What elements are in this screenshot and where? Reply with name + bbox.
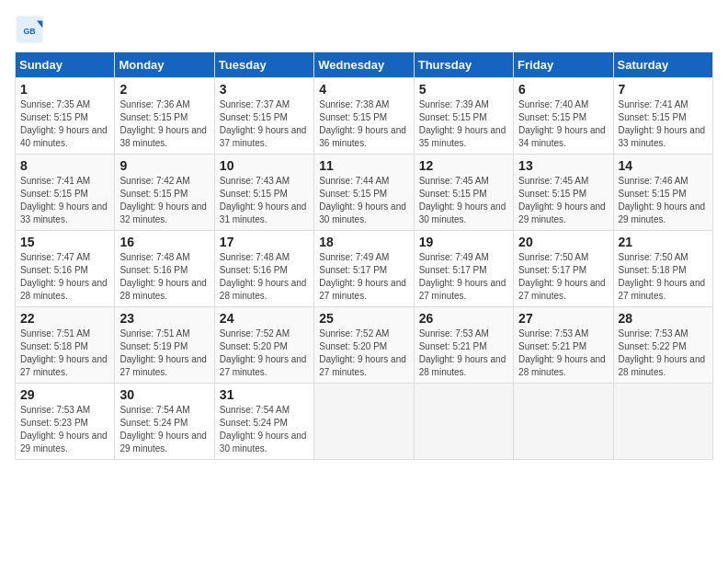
- calendar-cell: 29Sunrise: 7:53 AMSunset: 5:23 PMDayligh…: [16, 384, 115, 460]
- calendar-cell: 19Sunrise: 7:49 AMSunset: 5:17 PMDayligh…: [414, 231, 513, 307]
- calendar-cell: 23Sunrise: 7:51 AMSunset: 5:19 PMDayligh…: [115, 307, 214, 384]
- day-detail: Sunrise: 7:49 AMSunset: 5:17 PMDaylight:…: [419, 251, 508, 303]
- calendar-cell: 20Sunrise: 7:50 AMSunset: 5:17 PMDayligh…: [514, 231, 613, 307]
- day-number: 13: [518, 158, 608, 173]
- day-number: 22: [20, 311, 109, 326]
- calendar-week-4: 22Sunrise: 7:51 AMSunset: 5:18 PMDayligh…: [16, 307, 713, 384]
- calendar-cell: 3Sunrise: 7:37 AMSunset: 5:15 PMDaylight…: [214, 78, 313, 155]
- day-number: 26: [419, 311, 508, 326]
- calendar-cell: 14Sunrise: 7:46 AMSunset: 5:15 PMDayligh…: [613, 155, 712, 231]
- day-number: 9: [119, 158, 209, 173]
- day-number: 23: [119, 311, 209, 326]
- logo-icon: GB: [15, 15, 44, 44]
- svg-text:GB: GB: [23, 27, 35, 36]
- weekday-header-row: SundayMondayTuesdayWednesdayThursdayFrid…: [16, 52, 713, 78]
- calendar-cell: 7Sunrise: 7:41 AMSunset: 5:15 PMDaylight…: [613, 78, 712, 155]
- weekday-header-thursday: Thursday: [414, 52, 513, 78]
- page-header: GB: [15, 15, 713, 44]
- calendar-cell: 10Sunrise: 7:43 AMSunset: 5:15 PMDayligh…: [214, 155, 313, 231]
- calendar-cell: 15Sunrise: 7:47 AMSunset: 5:16 PMDayligh…: [16, 231, 115, 307]
- day-number: 8: [20, 158, 109, 173]
- day-number: 21: [619, 235, 708, 249]
- calendar-cell: 28Sunrise: 7:53 AMSunset: 5:22 PMDayligh…: [613, 307, 712, 384]
- day-number: 18: [319, 235, 408, 249]
- weekday-header-friday: Friday: [514, 52, 613, 78]
- day-detail: Sunrise: 7:35 AMSunset: 5:15 PMDaylight:…: [20, 98, 109, 150]
- day-number: 14: [619, 158, 708, 173]
- calendar-cell: 12Sunrise: 7:45 AMSunset: 5:15 PMDayligh…: [414, 155, 513, 231]
- day-detail: Sunrise: 7:50 AMSunset: 5:18 PMDaylight:…: [619, 251, 708, 303]
- day-detail: Sunrise: 7:53 AMSunset: 5:21 PMDaylight:…: [518, 327, 608, 379]
- day-number: 12: [419, 158, 508, 173]
- day-number: 7: [619, 82, 708, 97]
- calendar-table: SundayMondayTuesdayWednesdayThursdayFrid…: [15, 52, 713, 460]
- day-number: 15: [20, 235, 109, 249]
- day-detail: Sunrise: 7:48 AMSunset: 5:16 PMDaylight:…: [220, 251, 309, 303]
- calendar-cell: 1Sunrise: 7:35 AMSunset: 5:15 PMDaylight…: [16, 78, 115, 155]
- calendar-cell: 4Sunrise: 7:38 AMSunset: 5:15 PMDaylight…: [314, 78, 414, 155]
- day-detail: Sunrise: 7:45 AMSunset: 5:15 PMDaylight:…: [518, 175, 608, 226]
- day-detail: Sunrise: 7:38 AMSunset: 5:15 PMDaylight:…: [319, 98, 408, 150]
- calendar-week-1: 1Sunrise: 7:35 AMSunset: 5:15 PMDaylight…: [16, 78, 713, 155]
- calendar-cell: 24Sunrise: 7:52 AMSunset: 5:20 PMDayligh…: [214, 307, 313, 384]
- calendar-cell: 25Sunrise: 7:52 AMSunset: 5:20 PMDayligh…: [314, 307, 414, 384]
- calendar-cell: 17Sunrise: 7:48 AMSunset: 5:16 PMDayligh…: [214, 231, 313, 307]
- day-detail: Sunrise: 7:52 AMSunset: 5:20 PMDaylight:…: [220, 327, 309, 379]
- calendar-cell: 6Sunrise: 7:40 AMSunset: 5:15 PMDaylight…: [514, 78, 613, 155]
- day-detail: Sunrise: 7:43 AMSunset: 5:15 PMDaylight:…: [220, 175, 309, 226]
- calendar-week-3: 15Sunrise: 7:47 AMSunset: 5:16 PMDayligh…: [16, 231, 713, 307]
- day-number: 16: [119, 235, 209, 249]
- calendar-cell: [514, 384, 613, 460]
- calendar-week-5: 29Sunrise: 7:53 AMSunset: 5:23 PMDayligh…: [16, 384, 713, 460]
- calendar-week-2: 8Sunrise: 7:41 AMSunset: 5:15 PMDaylight…: [16, 155, 713, 231]
- calendar-cell: 31Sunrise: 7:54 AMSunset: 5:24 PMDayligh…: [214, 384, 313, 460]
- day-detail: Sunrise: 7:46 AMSunset: 5:15 PMDaylight:…: [619, 175, 708, 226]
- day-detail: Sunrise: 7:37 AMSunset: 5:15 PMDaylight:…: [220, 98, 309, 150]
- calendar-cell: 8Sunrise: 7:41 AMSunset: 5:15 PMDaylight…: [16, 155, 115, 231]
- day-number: 30: [119, 387, 209, 402]
- day-number: 20: [518, 235, 608, 249]
- logo: GB: [15, 15, 48, 44]
- calendar-cell: 26Sunrise: 7:53 AMSunset: 5:21 PMDayligh…: [414, 307, 513, 384]
- day-number: 3: [220, 82, 309, 97]
- calendar-cell: 27Sunrise: 7:53 AMSunset: 5:21 PMDayligh…: [514, 307, 613, 384]
- day-number: 6: [518, 82, 608, 97]
- day-number: 19: [419, 235, 508, 249]
- day-number: 27: [518, 311, 608, 326]
- weekday-header-sunday: Sunday: [16, 52, 115, 78]
- day-detail: Sunrise: 7:40 AMSunset: 5:15 PMDaylight:…: [518, 98, 608, 150]
- calendar-cell: 13Sunrise: 7:45 AMSunset: 5:15 PMDayligh…: [514, 155, 613, 231]
- day-number: 2: [119, 82, 209, 97]
- day-detail: Sunrise: 7:54 AMSunset: 5:24 PMDaylight:…: [220, 404, 309, 455]
- day-number: 25: [319, 311, 408, 326]
- day-detail: Sunrise: 7:45 AMSunset: 5:15 PMDaylight:…: [419, 175, 508, 226]
- day-detail: Sunrise: 7:49 AMSunset: 5:17 PMDaylight:…: [319, 251, 408, 303]
- calendar-cell: [613, 384, 712, 460]
- day-detail: Sunrise: 7:42 AMSunset: 5:15 PMDaylight:…: [119, 175, 209, 226]
- day-number: 10: [220, 158, 309, 173]
- day-detail: Sunrise: 7:36 AMSunset: 5:15 PMDaylight:…: [119, 98, 209, 150]
- day-detail: Sunrise: 7:47 AMSunset: 5:16 PMDaylight:…: [20, 251, 109, 303]
- calendar-cell: 21Sunrise: 7:50 AMSunset: 5:18 PMDayligh…: [613, 231, 712, 307]
- day-number: 24: [220, 311, 309, 326]
- day-detail: Sunrise: 7:44 AMSunset: 5:15 PMDaylight:…: [319, 175, 408, 226]
- day-detail: Sunrise: 7:54 AMSunset: 5:24 PMDaylight:…: [119, 404, 209, 455]
- day-detail: Sunrise: 7:41 AMSunset: 5:15 PMDaylight:…: [20, 175, 109, 226]
- calendar-cell: 16Sunrise: 7:48 AMSunset: 5:16 PMDayligh…: [115, 231, 214, 307]
- day-detail: Sunrise: 7:41 AMSunset: 5:15 PMDaylight:…: [619, 98, 708, 150]
- weekday-header-monday: Monday: [115, 52, 214, 78]
- day-detail: Sunrise: 7:51 AMSunset: 5:18 PMDaylight:…: [20, 327, 109, 379]
- calendar-cell: 2Sunrise: 7:36 AMSunset: 5:15 PMDaylight…: [115, 78, 214, 155]
- day-number: 11: [319, 158, 408, 173]
- calendar-cell: 18Sunrise: 7:49 AMSunset: 5:17 PMDayligh…: [314, 231, 414, 307]
- weekday-header-saturday: Saturday: [613, 52, 712, 78]
- calendar-cell: 5Sunrise: 7:39 AMSunset: 5:15 PMDaylight…: [414, 78, 513, 155]
- weekday-header-wednesday: Wednesday: [314, 52, 414, 78]
- weekday-header-tuesday: Tuesday: [214, 52, 313, 78]
- calendar-cell: 11Sunrise: 7:44 AMSunset: 5:15 PMDayligh…: [314, 155, 414, 231]
- day-number: 1: [20, 82, 109, 97]
- day-detail: Sunrise: 7:53 AMSunset: 5:22 PMDaylight:…: [619, 327, 708, 379]
- calendar-cell: 22Sunrise: 7:51 AMSunset: 5:18 PMDayligh…: [16, 307, 115, 384]
- day-number: 17: [220, 235, 309, 249]
- day-detail: Sunrise: 7:39 AMSunset: 5:15 PMDaylight:…: [419, 98, 508, 150]
